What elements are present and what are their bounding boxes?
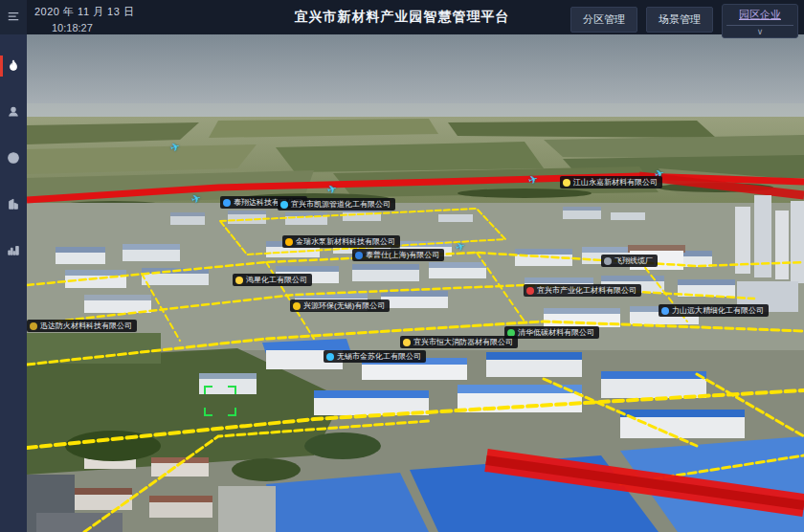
building-label[interactable]: 迅达防火材料科技有限公司: [27, 320, 137, 332]
company-name: 飞翔线缆厂: [614, 256, 653, 265]
dropdown-divider: [726, 25, 793, 26]
person-icon[interactable]: [0, 98, 27, 126]
company-icon: [661, 307, 669, 315]
company-icon: [526, 287, 534, 295]
park-enterprise-dropdown[interactable]: 园区企业 ∨: [722, 4, 798, 38]
company-icon: [563, 179, 570, 187]
building-label[interactable]: 宜兴市凯源管道化工有限公司: [278, 198, 395, 211]
company-icon: [326, 353, 334, 361]
zone-management-button[interactable]: 分区管理: [570, 7, 637, 33]
fire-icon[interactable]: [0, 52, 27, 80]
building-label[interactable]: 泰普仕(上海)有限公司: [352, 249, 444, 261]
scene-management-button[interactable]: 场景管理: [646, 7, 713, 33]
company-icon: [30, 322, 37, 330]
building-label[interactable]: 清华低碳材料有限公司: [504, 326, 599, 339]
company-name: 泰普仕(上海)有限公司: [366, 251, 439, 259]
building-label[interactable]: 兴源环保(无锡)有限公司: [290, 299, 390, 312]
building-label[interactable]: 力山远大精细化工有限公司: [659, 304, 769, 317]
company-name: 力山远大精细化工有限公司: [672, 306, 764, 315]
company-name: 宜兴市恒大消防器材有限公司: [413, 338, 513, 346]
map-viewport[interactable]: ✈✈✈✈✈✈ 泰翔达科技有限公司宜兴市凯源管道化工有限公司金瑞水泵新材料科技有限…: [27, 34, 804, 532]
building-label[interactable]: 宜兴市产业化工材料有限公司: [524, 284, 641, 297]
company-icon: [285, 238, 293, 246]
company-name: 无锡市金苏化工有限公司: [337, 352, 421, 361]
company-name: 兴源环保(无锡)有限公司: [303, 301, 385, 310]
company-icon: [604, 257, 612, 265]
company-icon: [403, 339, 411, 346]
company-name: 金瑞水泵新材料科技有限公司: [296, 237, 395, 246]
header-bar: 2020 年 11 月 13 日 10:18:27 宜兴市新材料产业园智慧管理平…: [0, 0, 804, 34]
company-name: 鸿星化工有限公司: [246, 276, 307, 284]
sidebar: [0, 0, 27, 532]
building-label[interactable]: 无锡市金苏化工有限公司: [324, 350, 426, 363]
company-name: 江山永嘉新材料有限公司: [573, 178, 658, 187]
company-name: 迅达防火材料科技有限公司: [40, 321, 132, 330]
gauge-icon[interactable]: [0, 144, 27, 172]
company-icon: [235, 277, 243, 284]
menu-icon[interactable]: [0, 0, 27, 34]
building-label[interactable]: 金瑞水泵新材料科技有限公司: [282, 235, 400, 248]
park-enterprise-label: 园区企业: [723, 8, 797, 22]
company-name: 清华低碳材料有限公司: [518, 328, 594, 337]
building-label[interactable]: 宜兴市恒大消防器材有限公司: [400, 336, 518, 348]
company-icon: [223, 199, 231, 207]
company-name: 宜兴市凯源管道化工有限公司: [291, 200, 391, 209]
chevron-down-icon: ∨: [723, 27, 797, 36]
building-label[interactable]: 鸿星化工有限公司: [233, 274, 312, 286]
map-backdrop: [27, 34, 804, 532]
company-name: 宜兴市产业化工材料有限公司: [537, 286, 636, 295]
company-icon: [293, 302, 301, 310]
company-icon: [280, 201, 288, 209]
building-label[interactable]: 飞翔线缆厂: [601, 255, 658, 267]
factory-chart-icon[interactable]: [0, 235, 27, 264]
company-icon: [355, 252, 363, 259]
app-window: ✈✈✈✈✈✈ 泰翔达科技有限公司宜兴市凯源管道化工有限公司金瑞水泵新材料科技有限…: [0, 0, 804, 532]
building-label[interactable]: 江山永嘉新材料有限公司: [560, 176, 662, 188]
building-icon[interactable]: [0, 189, 27, 218]
